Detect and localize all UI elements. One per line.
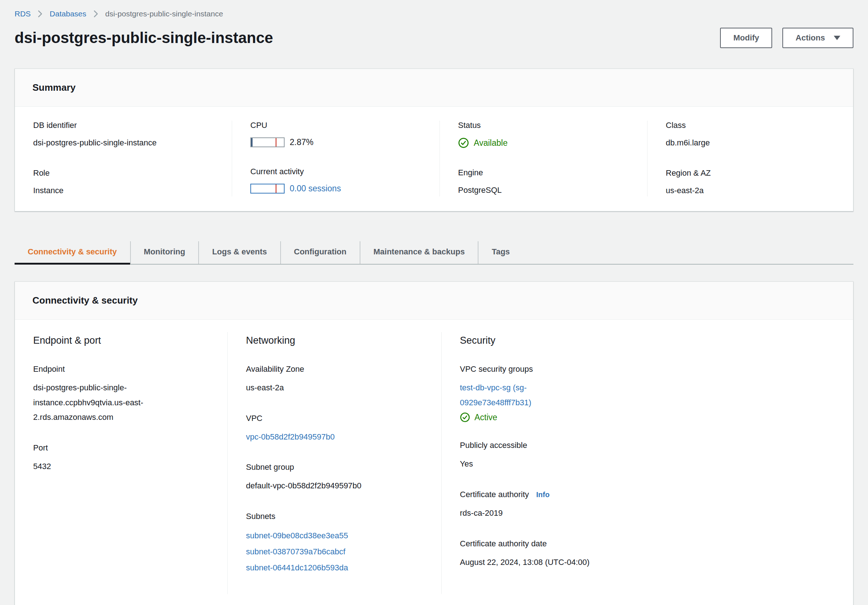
port-value: 5432 [33, 459, 213, 474]
field-certificate-authority-date: Certificate authority date August 22, 20… [460, 539, 839, 570]
security-group-status: Active [460, 412, 839, 422]
port-label: Port [33, 443, 213, 453]
cpu-bar-fill [251, 138, 253, 146]
chevron-right-icon [93, 9, 99, 18]
security-column: Security VPC security groups test-db-vpc… [441, 332, 853, 594]
subnet-group-value: default-vpc-0b58d2f2b949597b0 [246, 479, 427, 493]
field-current-activity: Current activity 0.00 sessions [250, 167, 425, 194]
role-label: Role [33, 168, 217, 178]
field-port: Port 5432 [33, 443, 213, 474]
status-value-line: Available [458, 137, 632, 148]
certificate-authority-date-value: August 22, 2024, 13:08 (UTC-04:00) [460, 555, 839, 570]
caret-down-icon [834, 36, 840, 40]
summary-col-metrics: CPU 2.87% Current activity [232, 121, 439, 197]
breadcrumb-databases-link[interactable]: Databases [50, 9, 86, 18]
region-az-label: Region & AZ [666, 168, 839, 178]
breadcrumb: RDS Databases dsi-postgres-public-single… [15, 0, 853, 18]
certificate-authority-value: rds-ca-2019 [460, 506, 839, 521]
field-subnets: Subnets subnet-09be08cd38ee3ea55 subnet-… [246, 512, 427, 576]
availability-zone-label: Availability Zone [246, 365, 427, 374]
field-publicly-accessible: Publicly accessible Yes [460, 441, 839, 472]
field-region-az: Region & AZ us-east-2a [666, 168, 839, 197]
field-db-identifier: DB identifier dsi-postgres-public-single… [33, 121, 217, 149]
status-value: Available [474, 138, 508, 148]
current-activity-meter: 0.00 sessions [250, 184, 425, 194]
field-engine: Engine PostgreSQL [458, 168, 632, 196]
summary-col-identifier: DB identifier dsi-postgres-public-single… [15, 121, 232, 197]
field-endpoint: Endpoint dsi-postgres-public-single-inst… [33, 365, 213, 425]
vpc-link[interactable]: vpc-0b58d2f2b949597b0 [246, 432, 335, 441]
security-group-link[interactable]: test-db-vpc-sg (sg-0929e73e48fff7b31) [460, 380, 564, 410]
subnet-link[interactable]: subnet-03870739a7b6cabcf [246, 544, 427, 560]
summary-card-header: Summary [15, 69, 853, 107]
availability-zone-value: us-east-2a [246, 380, 427, 396]
db-identifier-label: DB identifier [33, 121, 217, 130]
tab-logs-events[interactable]: Logs & events [198, 241, 280, 264]
breadcrumb-rds-link[interactable]: RDS [15, 9, 31, 18]
cpu-meter: 2.87% [250, 137, 425, 147]
status-label: Status [458, 121, 632, 130]
field-certificate-authority: Certificate authority Info rds-ca-2019 [460, 490, 839, 521]
security-group-status-text: Active [474, 413, 498, 422]
current-activity-bar [250, 184, 285, 194]
class-value: db.m6i.large [666, 137, 839, 149]
breadcrumb-current: dsi-postgres-public-single-instance [105, 9, 223, 18]
role-value: Instance [33, 185, 217, 197]
tab-maintenance-backups[interactable]: Maintenance & backups [360, 241, 478, 264]
field-vpc-security-groups: VPC security groups test-db-vpc-sg (sg-0… [460, 365, 839, 423]
engine-label: Engine [458, 168, 632, 177]
security-title: Security [460, 335, 839, 346]
field-availability-zone: Availability Zone us-east-2a [246, 365, 427, 396]
check-circle-icon [460, 412, 470, 422]
summary-card: Summary DB identifier dsi-postgres-publi… [15, 68, 853, 211]
subnet-link[interactable]: subnet-09be08cd38ee3ea55 [246, 528, 427, 544]
summary-title: Summary [33, 82, 835, 93]
current-activity-label: Current activity [250, 167, 425, 177]
page-title: dsi-postgres-public-single-instance [15, 29, 273, 47]
certificate-authority-info-link[interactable]: Info [536, 490, 550, 499]
subnet-list: subnet-09be08cd38ee3ea55 subnet-03870739… [246, 528, 427, 576]
publicly-accessible-label: Publicly accessible [460, 441, 839, 450]
certificate-authority-label: Certificate authority [460, 490, 529, 499]
cpu-bar-marker [276, 138, 277, 146]
field-vpc: VPC vpc-0b58d2f2b949597b0 [246, 414, 427, 445]
vpc-security-groups-label: VPC security groups [460, 365, 839, 374]
connectivity-card-header: Connectivity & security [15, 282, 853, 320]
tab-monitoring[interactable]: Monitoring [130, 241, 198, 264]
publicly-accessible-value: Yes [460, 457, 839, 472]
tab-configuration[interactable]: Configuration [280, 241, 360, 264]
connectivity-card-title: Connectivity & security [33, 295, 835, 306]
connectivity-body: Endpoint & port Endpoint dsi-postgres-pu… [15, 320, 853, 605]
endpoint-label: Endpoint [33, 365, 213, 374]
connectivity-security-card: Connectivity & security Endpoint & port … [15, 281, 853, 605]
networking-column: Networking Availability Zone us-east-2a … [227, 332, 441, 594]
detail-tabs: Connectivity & security Monitoring Logs … [15, 241, 853, 265]
subnet-link[interactable]: subnet-06441dc1206b593da [246, 560, 427, 576]
current-activity-sessions-link[interactable]: 0.00 sessions [290, 184, 341, 194]
engine-value: PostgreSQL [458, 185, 632, 196]
vpc-label: VPC [246, 414, 427, 423]
field-subnet-group: Subnet group default-vpc-0b58d2f2b949597… [246, 462, 427, 493]
region-az-value: us-east-2a [666, 185, 839, 197]
certificate-authority-date-label: Certificate authority date [460, 539, 839, 549]
field-status: Status Available [458, 121, 632, 148]
subnet-group-label: Subnet group [246, 462, 427, 472]
db-identifier-value: dsi-postgres-public-single-instance [33, 137, 217, 149]
current-activity-bar-marker [276, 185, 277, 193]
summary-body: DB identifier dsi-postgres-public-single… [15, 107, 853, 211]
actions-button-label: Actions [795, 33, 825, 43]
tab-connectivity-security[interactable]: Connectivity & security [15, 241, 130, 264]
summary-col-class: Class db.m6i.large Region & AZ us-east-2… [647, 121, 853, 197]
chevron-right-icon [37, 9, 43, 18]
networking-title: Networking [246, 335, 427, 346]
modify-button[interactable]: Modify [720, 28, 772, 48]
header-actions: Modify Actions [720, 28, 853, 48]
endpoint-port-title: Endpoint & port [33, 335, 213, 346]
endpoint-port-column: Endpoint & port Endpoint dsi-postgres-pu… [15, 332, 227, 594]
class-label: Class [666, 121, 839, 130]
actions-dropdown-button[interactable]: Actions [782, 28, 853, 48]
field-role: Role Instance [33, 168, 217, 197]
tab-tags[interactable]: Tags [478, 241, 523, 264]
field-cpu: CPU 2.87% [250, 121, 425, 147]
cpu-value: 2.87% [290, 137, 313, 147]
